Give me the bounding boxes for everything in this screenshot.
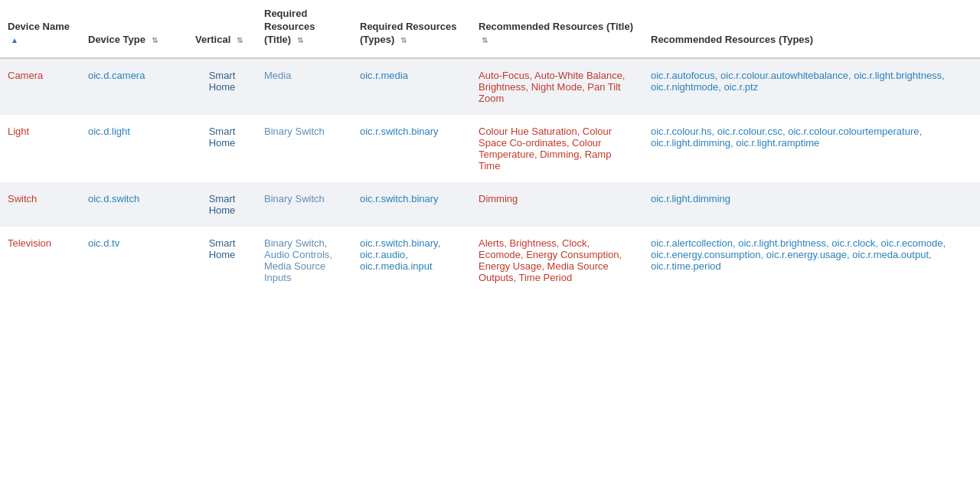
req-types-cell: oic.r.switch.binary, oic.r.audio, oic.r.…: [352, 227, 471, 294]
col-header-req-title[interactable]: Required Resources (Title) ⇅: [256, 0, 352, 58]
sort-icon-device-name: ▲: [11, 35, 18, 45]
req-types-cell: oic.r.switch.binary: [352, 182, 471, 227]
col-header-device-type[interactable]: Device Type ⇅: [80, 0, 188, 58]
req-title-cell: Binary Switch: [256, 115, 352, 182]
device-type-cell: oic.d.switch: [80, 182, 188, 227]
table-header-row: Device Name ▲ Device Type ⇅ Vertical ⇅ R…: [0, 0, 980, 58]
sort-icon-rec-title: ⇅: [482, 35, 488, 45]
rec-title-cell: Colour Hue Saturation, Colour Space Co-o…: [471, 115, 643, 182]
req-types-cell: oic.r.media: [352, 58, 471, 115]
rec-types-cell: oic.r.autofocus, oic.r.colour.autowhiteb…: [643, 58, 980, 115]
col-header-req-title-label: Required Resources (Title): [264, 8, 315, 45]
devices-table: Device Name ▲ Device Type ⇅ Vertical ⇅ R…: [0, 0, 980, 294]
sort-icon-req-title: ⇅: [297, 35, 303, 45]
col-header-device-type-label: Device Type: [88, 34, 145, 45]
rec-title-cell: Auto-Focus, Auto-White Balance, Brightne…: [471, 58, 643, 115]
device-name-cell: Light: [0, 115, 80, 182]
device-name-cell: Television: [0, 227, 80, 294]
device-type-cell: oic.d.tv: [80, 227, 188, 294]
rec-title-cell: Dimming: [471, 182, 643, 227]
col-header-req-types-label: Required Resources (Types): [360, 21, 456, 45]
col-header-vertical[interactable]: Vertical ⇅: [188, 0, 256, 58]
col-header-rec-types[interactable]: Recommended Resources (Types): [643, 0, 980, 58]
main-table-container: Device Name ▲ Device Type ⇅ Vertical ⇅ R…: [0, 0, 980, 294]
col-header-vertical-label: Vertical: [195, 34, 230, 45]
device-type-cell: oic.d.light: [80, 115, 188, 182]
vertical-cell: Smart Home: [188, 182, 256, 227]
table-row: Cameraoic.d.cameraSmart HomeMediaoic.r.m…: [0, 58, 980, 115]
rec-types-cell: oic.r.alertcollection, oic.r.light.brigh…: [643, 227, 980, 294]
rec-title-cell: Alerts, Brightness, Clock, Ecomode, Ener…: [471, 227, 643, 294]
device-name-cell: Switch: [0, 182, 80, 227]
table-row: Lightoic.d.lightSmart HomeBinary Switcho…: [0, 115, 980, 182]
col-header-device-name-label: Device Name: [8, 21, 70, 32]
req-title-cell: Binary Switch, Audio Controls, Media Sou…: [256, 227, 352, 294]
device-name-cell: Camera: [0, 58, 80, 115]
sort-icon-device-type: ⇅: [152, 35, 158, 45]
rec-types-cell: oic.r.light.dimming: [643, 182, 980, 227]
table-body: Cameraoic.d.cameraSmart HomeMediaoic.r.m…: [0, 58, 980, 294]
vertical-cell: Smart Home: [188, 58, 256, 115]
req-types-cell: oic.r.switch.binary: [352, 115, 471, 182]
table-row: Switchoic.d.switchSmart HomeBinary Switc…: [0, 182, 980, 227]
table-row: Televisionoic.d.tvSmart HomeBinary Switc…: [0, 227, 980, 294]
vertical-cell: Smart Home: [188, 115, 256, 182]
req-title-cell: Media: [256, 58, 352, 115]
col-header-rec-title[interactable]: Recommended Resources (Title) ⇅: [471, 0, 643, 58]
req-title-cell: Binary Switch: [256, 182, 352, 227]
device-type-cell: oic.d.camera: [80, 58, 188, 115]
col-header-rec-title-label: Recommended Resources (Title): [479, 21, 633, 32]
rec-types-cell: oic.r.colour.hs, oic.r.colour.csc, oic.r…: [643, 115, 980, 182]
col-header-rec-types-label: Recommended Resources (Types): [651, 34, 813, 45]
col-header-device-name[interactable]: Device Name ▲: [0, 0, 80, 58]
sort-icon-vertical: ⇅: [237, 35, 243, 45]
col-header-req-types[interactable]: Required Resources (Types) ⇅: [352, 0, 471, 58]
vertical-cell: Smart Home: [188, 227, 256, 294]
sort-icon-req-types: ⇅: [400, 35, 407, 45]
